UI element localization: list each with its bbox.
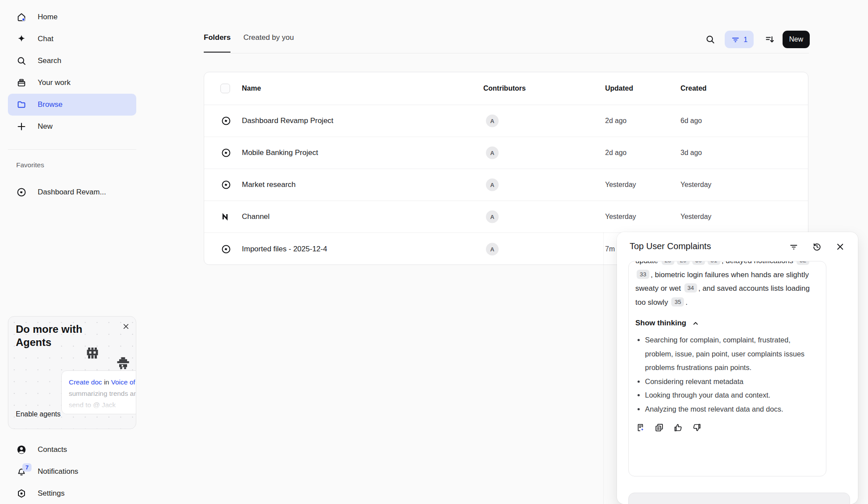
filter-icon[interactable] <box>789 242 799 252</box>
column-header-contributors: Contributors <box>483 85 526 92</box>
sidebar-item-label: Browse <box>38 100 63 109</box>
row-name: Mobile Banking Project <box>242 148 318 157</box>
citation-badge[interactable]: 30 <box>692 261 705 265</box>
favorites-list: Dashboard Revam... <box>8 181 136 203</box>
sidebar-item-settings[interactable]: Settings <box>8 483 136 504</box>
new-button[interactable]: New <box>783 31 810 48</box>
sidebar-item-label: Dashboard Revam... <box>38 188 106 197</box>
tab-folders[interactable]: Folders <box>204 33 230 53</box>
search-icon[interactable] <box>705 34 716 45</box>
citation-badge[interactable]: 32 <box>797 261 809 265</box>
message-actions <box>635 423 819 434</box>
chat-panel: Top User Complaints update 28293031, del… <box>617 232 858 504</box>
thumb-up-icon <box>673 423 683 433</box>
table-row[interactable]: Dashboard Revamp ProjectA2d ago6d ago <box>204 105 808 137</box>
citation-badge[interactable]: 28 <box>662 261 674 265</box>
citation-badge[interactable]: 34 <box>684 283 697 293</box>
sidebar-item-new[interactable]: New <box>8 116 136 137</box>
sidebar-divider <box>8 149 136 150</box>
thumb-down-button[interactable] <box>692 423 702 434</box>
project-disc-icon <box>221 244 231 254</box>
row-name: Dashboard Revamp Project <box>242 116 333 125</box>
contributor-avatar: A <box>486 243 499 255</box>
citation-badge[interactable]: 35 <box>671 297 684 307</box>
thinking-step: Searching for complain, complaint, frust… <box>645 333 819 375</box>
project-link[interactable]: Voice of Cust <box>111 378 136 386</box>
promo-title: Do more with Agents <box>16 323 110 349</box>
sidebar-item-chat[interactable]: Chat <box>8 28 136 50</box>
project-disc-icon <box>221 180 231 190</box>
row-updated: 2d ago <box>605 149 627 157</box>
close-icon[interactable] <box>122 322 130 331</box>
column-header-updated: Updated <box>605 85 633 92</box>
contributor-avatar: A <box>486 211 499 223</box>
table-header: NameContributorsUpdatedCreated <box>204 72 808 105</box>
thumb-up-button[interactable] <box>673 423 683 434</box>
notification-count-badge: 7 <box>22 463 32 472</box>
row-name: Imported files - 2025-12-4 <box>242 245 327 254</box>
sidebar-nav: HomeChatSearchYour workBrowseNew <box>8 6 136 137</box>
app-window: HomeChatSearchYour workBrowseNew Favorit… <box>0 0 868 504</box>
select-all-checkbox[interactable] <box>220 84 230 93</box>
copy-button[interactable] <box>654 423 664 434</box>
contributor-avatar: A <box>486 115 499 127</box>
show-thinking-label: Show thinking <box>635 319 686 328</box>
thinking-step: Considering relevant metadata <box>645 375 819 389</box>
sidebar-item-label: Search <box>38 56 61 65</box>
project-disc-icon <box>221 148 231 158</box>
panel-title: Top User Complaints <box>630 241 711 251</box>
row-name: Channel <box>242 212 269 221</box>
table-row[interactable]: Market researchAYesterdayYesterday <box>204 169 808 201</box>
enable-agents-button[interactable]: Enable agents <box>16 410 60 418</box>
tabbar-divider <box>204 53 809 53</box>
row-created: Yesterday <box>680 213 712 221</box>
thinking-step: Looking through your data and context. <box>645 388 819 402</box>
row-updated: Yesterday <box>605 213 636 221</box>
filter-button[interactable]: 1 <box>725 31 754 48</box>
agent-robot-icon <box>115 357 131 370</box>
plus-icon <box>16 121 27 132</box>
show-thinking-toggle[interactable]: Show thinking <box>635 319 819 328</box>
assistant-message-card: update 28293031, delayed notifications 3… <box>628 261 826 476</box>
sidebar-item-search[interactable]: Search <box>8 50 136 72</box>
channel-icon <box>221 211 231 222</box>
project-disc-icon <box>221 116 231 126</box>
person-icon <box>16 444 27 455</box>
magnifier-icon <box>16 56 27 66</box>
contributor-avatar: A <box>486 179 499 191</box>
gear-icon <box>16 488 27 499</box>
history-icon[interactable] <box>812 242 822 252</box>
thumb-down-icon <box>692 423 702 433</box>
doc-sparkle-button[interactable] <box>635 423 645 434</box>
table-row[interactable]: Mobile Banking ProjectA2d ago3d ago <box>204 137 808 169</box>
row-updated: Yesterday <box>605 181 636 189</box>
fade-overlay <box>62 402 136 414</box>
citation-badge[interactable]: 29 <box>677 261 690 265</box>
sidebar-item-home[interactable]: Home <box>8 6 136 28</box>
assistant-message: update 28293031, delayed notifications 3… <box>635 261 821 309</box>
disc-icon <box>16 187 27 197</box>
work-icon <box>16 78 27 88</box>
citation-badge[interactable]: 31 <box>708 261 720 265</box>
contributor-avatar: A <box>486 147 499 159</box>
close-icon[interactable] <box>835 242 845 252</box>
sidebar-item-dashboard-revam[interactable]: Dashboard Revam... <box>8 181 136 203</box>
sidebar-item-notifications[interactable]: Notifications7 <box>8 461 136 483</box>
citation-badge[interactable]: 33 <box>637 270 649 279</box>
chevron-up-icon <box>691 319 700 328</box>
sidebar-item-your-work[interactable]: Your work <box>8 72 136 94</box>
sidebar-item-contacts[interactable]: Contacts <box>8 439 136 461</box>
agent-suggestion-card[interactable]: Create doc in Voice of Cust summarizing … <box>61 370 136 414</box>
create-doc-link[interactable]: Create doc <box>69 378 102 386</box>
table-row[interactable]: ChannelAYesterdayYesterday <box>204 201 808 233</box>
sparkle-icon <box>16 34 27 44</box>
tab-created-by-you[interactable]: Created by you <box>243 33 294 53</box>
sort-icon[interactable] <box>765 34 775 45</box>
thinking-steps: Searching for complain, complaint, frust… <box>635 333 819 416</box>
agent-robot-icon <box>84 347 101 362</box>
chat-input[interactable] <box>628 493 850 504</box>
suggestion-line-2: summarizing trends and fea <box>69 388 136 399</box>
filter-count-badge: 1 <box>744 35 748 44</box>
panel-backdrop-edge <box>603 233 604 504</box>
sidebar-item-browse[interactable]: Browse <box>8 94 136 116</box>
